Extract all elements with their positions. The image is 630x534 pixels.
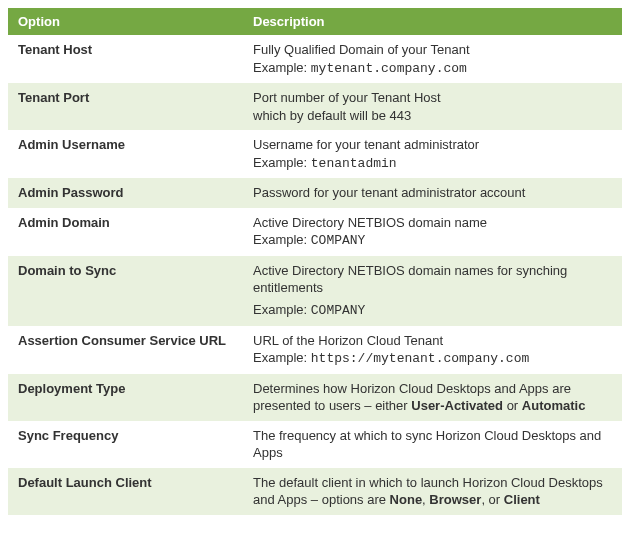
description-line: Example: tenantadmin: [253, 154, 612, 173]
option-cell: Admin Username: [8, 130, 243, 178]
bold-text: Automatic: [522, 398, 586, 413]
header-description: Description: [243, 8, 622, 35]
bold-text: Client: [504, 492, 540, 507]
description-cell: URL of the Horizon Cloud TenantExample: …: [243, 326, 622, 374]
bold-text: User-Activated: [411, 398, 503, 413]
description-cell: Password for your tenant administrator a…: [243, 178, 622, 208]
description-cell: The frequency at which to sync Horizon C…: [243, 421, 622, 468]
option-cell: Deployment Type: [8, 374, 243, 421]
description-line: Example: https://mytenant.company.com: [253, 349, 612, 368]
description-cell: Active Directory NETBIOS domain nameExam…: [243, 208, 622, 256]
code-text: COMPANY: [311, 303, 366, 318]
code-text: COMPANY: [311, 233, 366, 248]
description-line: Port number of your Tenant Host: [253, 89, 612, 107]
description-line: Username for your tenant administrator: [253, 136, 612, 154]
table-row: Tenant PortPort number of your Tenant Ho…: [8, 83, 622, 130]
table-row: Tenant HostFully Qualified Domain of you…: [8, 35, 622, 83]
table-header-row: Option Description: [8, 8, 622, 35]
description-cell: Active Directory NETBIOS domain names fo…: [243, 256, 622, 326]
description-line: Active Directory NETBIOS domain names fo…: [253, 262, 612, 297]
table-row: Domain to SyncActive Directory NETBIOS d…: [8, 256, 622, 326]
description-cell: Determines how Horizon Cloud Desktops an…: [243, 374, 622, 421]
table-row: Admin DomainActive Directory NETBIOS dom…: [8, 208, 622, 256]
option-cell: Tenant Host: [8, 35, 243, 83]
table-row: Assertion Consumer Service URLURL of the…: [8, 326, 622, 374]
table-row: Admin UsernameUsername for your tenant a…: [8, 130, 622, 178]
description-line: The default client in which to launch Ho…: [253, 474, 612, 509]
description-line: URL of the Horizon Cloud Tenant: [253, 332, 612, 350]
description-cell: Username for your tenant administratorEx…: [243, 130, 622, 178]
description-line: Password for your tenant administrator a…: [253, 184, 612, 202]
code-text: https://mytenant.company.com: [311, 351, 529, 366]
options-table: Option Description Tenant HostFully Qual…: [8, 8, 622, 515]
description-line: Example: COMPANY: [253, 301, 612, 320]
option-cell: Admin Domain: [8, 208, 243, 256]
bold-text: None: [390, 492, 423, 507]
description-cell: The default client in which to launch Ho…: [243, 468, 622, 515]
option-cell: Domain to Sync: [8, 256, 243, 326]
option-cell: Tenant Port: [8, 83, 243, 130]
bold-text: Browser: [429, 492, 481, 507]
table-row: Admin PasswordPassword for your tenant a…: [8, 178, 622, 208]
option-cell: Sync Frequency: [8, 421, 243, 468]
table-row: Deployment TypeDetermines how Horizon Cl…: [8, 374, 622, 421]
table-row: Default Launch ClientThe default client …: [8, 468, 622, 515]
option-cell: Assertion Consumer Service URL: [8, 326, 243, 374]
description-line: Fully Qualified Domain of your Tenant: [253, 41, 612, 59]
header-option: Option: [8, 8, 243, 35]
description-line: Active Directory NETBIOS domain name: [253, 214, 612, 232]
description-line: The frequency at which to sync Horizon C…: [253, 427, 612, 462]
option-cell: Default Launch Client: [8, 468, 243, 515]
description-cell: Port number of your Tenant Hostwhich by …: [243, 83, 622, 130]
description-line: Example: mytenant.company.com: [253, 59, 612, 78]
option-cell: Admin Password: [8, 178, 243, 208]
table-row: Sync FrequencyThe frequency at which to …: [8, 421, 622, 468]
description-line: which by default will be 443: [253, 107, 612, 125]
code-text: mytenant.company.com: [311, 61, 467, 76]
description-cell: Fully Qualified Domain of your TenantExa…: [243, 35, 622, 83]
code-text: tenantadmin: [311, 156, 397, 171]
description-line: Example: COMPANY: [253, 231, 612, 250]
description-line: Determines how Horizon Cloud Desktops an…: [253, 380, 612, 415]
